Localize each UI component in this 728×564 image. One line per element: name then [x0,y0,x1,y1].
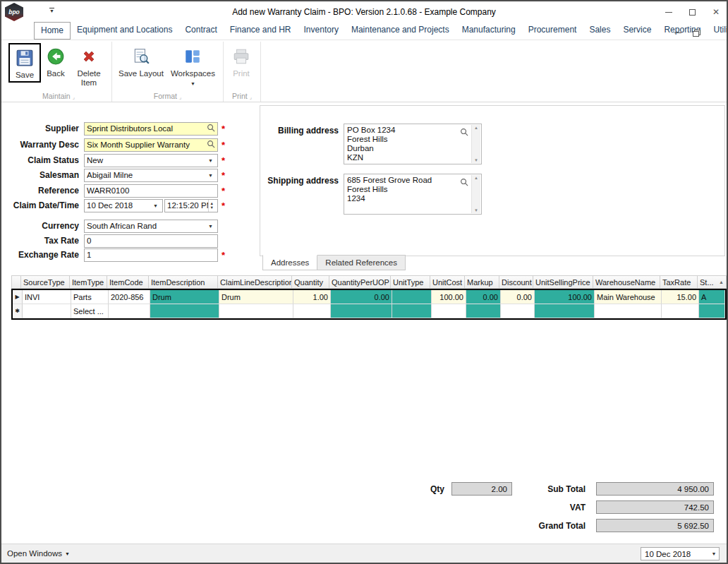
tab-related-references[interactable]: Related References [317,255,406,270]
cell-st[interactable] [699,304,725,318]
tab-service[interactable]: Service [617,22,657,40]
cell-discount[interactable] [501,304,535,318]
column-header-itemtype[interactable]: ItemType [70,275,107,289]
column-header-itemcode[interactable]: ItemCode [107,275,149,289]
tax-rate-input[interactable]: 0 [84,234,218,248]
column-header-unitcost[interactable]: UnitCost [430,275,465,289]
claim-time-spinner[interactable]: 12:15:20 PM ▲ ▼ [164,199,218,212]
scroll-up-icon[interactable]: ▲ [472,126,480,130]
tab-maintenance-and-projects[interactable]: Maintenance and Projects [345,22,456,40]
column-header-taxrate[interactable]: TaxRate [660,275,698,289]
exchange-rate-input[interactable]: 1 [84,248,218,262]
tab-home[interactable]: Home [34,22,71,40]
scrollbar[interactable]: ▲ ▼ [471,125,480,163]
column-header-warehousename[interactable]: WarehouseName [593,275,660,289]
column-header-unittype[interactable]: UnitType [391,275,430,289]
chevron-down-icon[interactable]: ▼ [206,173,215,178]
cell-itemdescription[interactable] [150,304,219,318]
minimize-icon[interactable] [665,12,672,13]
cell-discount[interactable]: 0.00 [501,290,535,304]
cell-quantity[interactable] [293,304,331,318]
column-header-discount[interactable]: Discount [499,275,533,289]
cell-unitsellingprice[interactable]: 100.00 [535,290,595,304]
shipping-address-box[interactable]: 685 Forest Grove Road Forest Hills 1234 … [344,174,482,215]
cell-quantity[interactable]: 1.00 [293,290,331,304]
tab-inventory[interactable]: Inventory [298,22,345,40]
print-button[interactable]: Print [226,43,256,80]
claim-status-dropdown[interactable]: New ▼ [84,154,218,167]
scroll-down-icon[interactable]: ▼ [472,158,480,162]
save-button[interactable]: Save [10,44,40,81]
tab-finance-and-hr[interactable]: Finance and HR [224,22,298,40]
chevron-down-icon[interactable]: ▼ [709,551,719,556]
open-windows-menu[interactable]: Open Windows ▼ [7,549,70,558]
quick-access-customize-icon[interactable]: ▼ [49,8,54,13]
cell-unittype[interactable] [392,304,432,318]
tab-addresses[interactable]: Addresses [262,255,317,270]
search-icon[interactable] [460,126,468,139]
scroll-down-icon[interactable]: ▼ [472,208,480,212]
cell-taxrate[interactable]: 15.00 [662,290,699,304]
cell-st[interactable]: A [699,290,725,304]
cell-unitcost[interactable]: 100.00 [432,290,466,304]
cell-itemcode[interactable] [109,304,150,318]
cell-warehousename[interactable] [595,304,662,318]
cell-quantityperuop[interactable]: 0.00 [331,290,392,304]
mdi-minimize-icon[interactable] [674,32,681,33]
cell-sourcetype[interactable]: INVI [23,290,71,304]
workspaces-button[interactable]: Workspaces ▼ [167,43,219,88]
column-header-quantityperuop[interactable]: QuantityPerUOP [329,275,391,289]
chevron-down-icon[interactable]: ▼ [206,224,215,229]
column-header-quantity[interactable]: Quantity [292,275,329,289]
status-date-dropdown[interactable]: 10 Dec 2018 ▼ [641,547,720,560]
cell-markup[interactable]: 0.00 [466,290,501,304]
column-header-st[interactable]: St...▲ [698,275,727,289]
tab-sales[interactable]: Sales [583,22,617,40]
back-button[interactable]: Back [41,43,71,80]
time-spinner-buttons[interactable]: ▲ ▼ [208,200,215,212]
new-row-indicator-icon[interactable]: ✱ [13,304,23,318]
maximize-icon[interactable] [689,9,696,16]
save-layout-button[interactable]: Save Layout [115,43,167,80]
spinner-down-icon[interactable]: ▼ [210,205,214,210]
column-header-markup[interactable]: Markup [465,275,499,289]
cell-claimlinedescription[interactable]: Drum [219,290,293,304]
cell-unitsellingprice[interactable] [535,304,595,318]
cell-claimlinedescription[interactable] [219,304,293,318]
cell-taxrate[interactable] [662,304,699,318]
cell-itemtype[interactable]: Parts [71,290,109,304]
tab-equipment-and-locations[interactable]: Equipment and Locations [71,22,178,40]
current-row-indicator-icon[interactable]: ▶ [13,290,23,304]
billing-address-box[interactable]: PO Box 1234 Forest Hills Durban KZN ▲ ▼ [344,124,482,164]
scroll-up-icon[interactable]: ▲ [472,176,480,180]
cell-itemdescription[interactable]: Drum [150,290,219,304]
claim-date-dropdown[interactable]: 10 Dec 2018 ▼ [84,199,163,212]
delete-item-button[interactable]: Delete Item [71,43,107,89]
cell-warehousename[interactable]: Main Warehouse [595,290,662,304]
close-icon[interactable]: ✕ [712,8,720,16]
cell-quantityperuop[interactable] [331,304,392,318]
mdi-restore-icon[interactable] [693,30,700,36]
group-launcher-icon[interactable]: ⌟ [250,95,252,100]
column-header-unitsellingprice[interactable]: UnitSellingPrice [533,275,593,289]
cell-markup[interactable] [466,304,501,318]
cell-unittype[interactable] [392,290,432,304]
salesman-dropdown[interactable]: Abigail Milne ▼ [84,169,218,182]
cell-itemtype[interactable]: Select ... [71,304,109,318]
search-icon[interactable] [460,176,468,189]
column-header-sourcetype[interactable]: SourceType [21,275,70,289]
search-icon[interactable] [207,140,215,150]
search-icon[interactable] [207,124,215,133]
group-launcher-icon[interactable]: ⌟ [179,95,181,100]
supplier-lookup-field[interactable]: Sprint Distributors Local [84,122,218,136]
tab-contract[interactable]: Contract [178,22,223,40]
tab-utilities[interactable]: Utilities [707,22,728,40]
cell-sourcetype[interactable] [23,304,71,318]
group-launcher-icon[interactable]: ⌟ [73,95,75,100]
column-header-itemdescription[interactable]: ItemDescription [149,275,218,289]
reference-input[interactable]: WARR0100 [84,184,218,198]
currency-dropdown[interactable]: South African Rand ▼ [84,220,218,233]
column-header-claimlinedescription[interactable]: ClaimLineDescription [218,275,292,289]
chevron-down-icon[interactable]: ▼ [206,158,215,163]
warranty-desc-lookup-field[interactable]: Six Month Supplier Warranty [84,138,218,152]
